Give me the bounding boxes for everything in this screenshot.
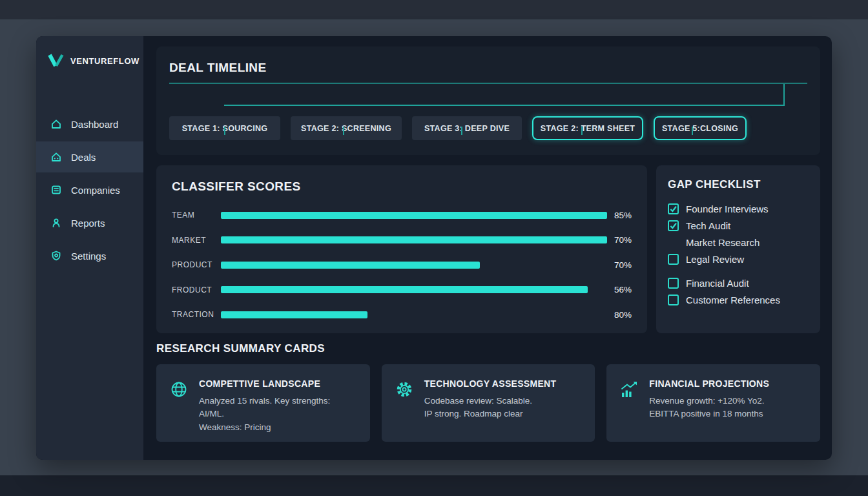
checkbox-unchecked-icon[interactable] [668,294,679,305]
bar-track [221,262,607,269]
checklist-item-label: Customer References [686,294,780,305]
sidebar-item-label: Deals [71,152,96,163]
timeline-tick [343,127,344,135]
bar-value: 80% [614,310,632,320]
stage-chip-term-sheet[interactable]: STAGE 2: TERM SHEET [532,116,643,140]
checklist-items: Founder Interviews Tech Audit Market Res… [668,200,809,308]
sidebar-item-label: Dashboard [71,119,118,130]
stage-chip-closing[interactable]: STAGE 5:CLOSING [654,116,747,140]
main-content: DEAL TIMELINE STAGE 1: SOURCING STAGE 2:… [143,36,832,460]
chart-growth-icon [619,380,639,399]
card-financial-projections[interactable]: FINANCIAL PROJECTIONS Revenue growth: +1… [606,364,820,442]
home-icon [50,118,62,130]
timeline-connector [169,84,807,116]
timeline-tick [461,127,462,135]
checklist-item-legal-review[interactable]: Legal Review [668,251,809,267]
bar-value: 85% [614,211,632,220]
sidebar-item-deals[interactable]: Deals [36,141,143,172]
bar-row-team: TEAM 85% [172,203,632,228]
checkbox-unchecked-icon[interactable] [668,254,679,265]
checkbox-checked-icon[interactable] [668,203,679,214]
classifier-scores-title: CLASSIFER SCORES [172,180,632,194]
bar-row-product: PRODUCT 70% [172,253,632,278]
checklist-item-label: Tech Audit [686,220,730,231]
stage-chip-deep-dive[interactable]: STAGE 3: DEEP DIVE [412,116,522,140]
checklist-item-market-research[interactable]: Market Research [668,234,809,251]
timeline-bracket [224,105,785,106]
bar-row-traction: TRACTION 80% [172,302,632,327]
gap-checklist-title: GAP CHECKLIST [668,178,809,191]
deals-icon [50,151,62,163]
sidebar-item-label: Companies [71,185,120,196]
stage-chip-label: STAGE 2: SCREENING [301,124,391,133]
classifier-bars: TEAM 85% MARKET 70% PRODUC [172,203,632,327]
bar-fill [221,311,367,318]
deal-timeline-title: DEAL TIMELINE [169,61,807,75]
stage-chip-row: STAGE 1: SOURCING STAGE 2: SCREENING STA… [169,116,807,140]
checklist-item-founder-interviews[interactable]: Founder Interviews [668,200,809,217]
card-technology-assessment[interactable]: TECHNOLOGY ASSESSMENT Codebase review: S… [382,364,595,442]
app-logo-text: VENTUREFLOW [70,56,140,66]
stage-chip-label: STAGE 5:CLOSING [662,124,738,133]
bar-label: TEAM [172,211,221,220]
research-summary-title: RESEARCH SUMMARY CARDS [156,342,820,355]
bar-row-market: MARKET 70% [172,228,632,253]
person-icon [50,217,62,229]
desktop-bottom-band [0,475,868,496]
stage-chip-screening[interactable]: STAGE 2: SCREENING [291,116,402,140]
bar-fill [221,286,588,293]
bar-fill [221,236,607,243]
sidebar-item-settings[interactable]: Settings [36,240,143,271]
ventureflow-logo-icon [48,53,65,68]
bar-track [221,236,607,243]
checklist-item-label: Financial Audit [686,278,749,289]
bar-value: 56% [614,285,632,294]
checklist-item-financial-audit[interactable]: Financial Audit [668,274,809,291]
globe-icon [169,380,189,399]
bar-label: FRODUCT [172,285,221,294]
gear-icon [395,380,414,399]
sidebar-item-companies[interactable]: Companies [36,174,143,205]
sidebar-item-dashboard[interactable]: Dashboard [36,108,143,140]
checklist-item-customer-references[interactable]: Customer References [668,291,809,308]
card-body: Codebase review: Scalable. IP strong. Ro… [424,395,557,421]
bar-label: TRACTION [172,310,221,319]
gap-checklist-panel: GAP CHECKLIST Founder Interviews Tech Au… [656,165,820,333]
card-body: Analyzed 15 rivals. Key strengths: AI/ML… [199,395,357,434]
card-body: Revenue growth: +120% Yo2. EBITTA positi… [649,395,769,421]
bar-label: PRODUCT [172,260,221,269]
timeline-tick [581,127,583,135]
bar-track [221,286,607,293]
sidebar-item-reports[interactable]: Reports [36,207,143,238]
bar-track [221,212,607,219]
app-window: VENTUREFLOW Dashboard Deals [36,36,832,460]
deal-timeline-panel: DEAL TIMELINE STAGE 1: SOURCING STAGE 2:… [156,46,820,155]
classifier-scores-panel: CLASSIFER SCORES TEAM 85% MARKET [156,165,647,333]
sidebar: VENTUREFLOW Dashboard Deals [36,36,143,460]
stage-chip-label: STAGE 3: DEEP DIVE [424,124,510,133]
card-title: FINANCIAL PROJECTIONS [649,378,769,389]
card-competitive-landscape[interactable]: COMPETTIVE LANDSCAPE Analyzed 15 rivals.… [156,364,370,442]
checklist-item-tech-audit[interactable]: Tech Audit [668,217,809,234]
bar-fill [221,262,480,269]
card-title: COMPETTIVE LANDSCAPE [199,378,357,389]
checklist-item-label: Legal Review [686,254,744,265]
app-logo: VENTUREFLOW [36,53,143,68]
sidebar-nav: Dashboard Deals Companies [36,108,143,271]
timeline-tick [224,127,225,135]
bar-label: MARKET [172,236,221,245]
checklist-item-label: Market Research [686,237,760,248]
sidebar-item-label: Settings [71,251,106,262]
checkbox-unchecked-icon[interactable] [668,278,679,289]
bar-value: 70% [614,260,632,270]
research-summary-section: RESEARCH SUMMARY CARDS COMPETTIVE LANDSC… [156,342,820,442]
shield-icon [50,250,62,262]
sidebar-item-label: Reports [71,218,105,229]
checkbox-checked-icon[interactable] [668,220,679,231]
checklist-item-label: Founder Interviews [686,203,769,214]
document-icon [50,184,62,196]
timeline-connector-right [783,84,785,105]
bar-value: 70% [614,235,632,245]
desktop-top-band [0,0,868,19]
bar-track [221,311,607,318]
